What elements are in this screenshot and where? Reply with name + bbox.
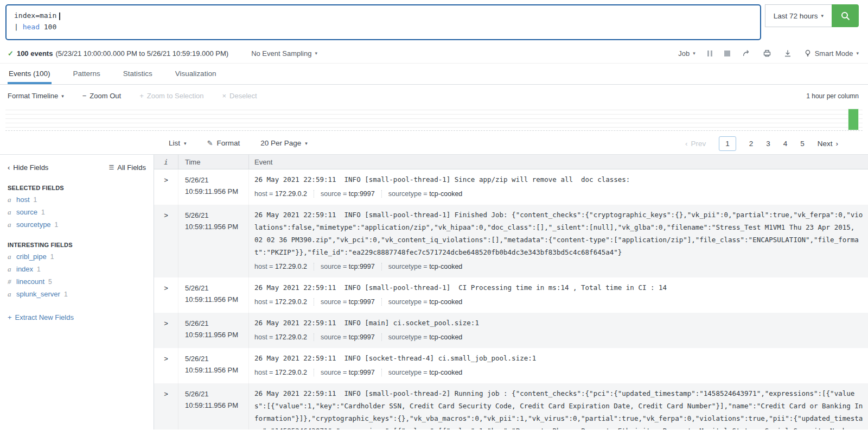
tab-patterns[interactable]: Patterns xyxy=(72,64,101,84)
job-menu[interactable]: Job▾ xyxy=(678,49,695,58)
event-timestamp: 10:59:11.956 PM xyxy=(185,400,248,411)
tab-visualization[interactable]: Visualization xyxy=(174,64,218,84)
expand-arrow-icon[interactable]: > xyxy=(164,284,168,292)
field-name-link[interactable]: sourcetype xyxy=(16,221,51,229)
field-name-link[interactable]: splunk_server xyxy=(16,291,60,298)
search-input[interactable]: index=main | head 100 xyxy=(5,4,761,40)
print-button[interactable] xyxy=(763,49,771,58)
field-row[interactable]: acribl_pipe1 xyxy=(8,253,146,261)
column-header-info: i xyxy=(154,155,178,169)
expand-arrow-icon[interactable]: > xyxy=(164,176,168,184)
field-selector-host[interactable]: host = 172.29.0.2 xyxy=(254,190,307,198)
event-timeline-chart[interactable] xyxy=(5,106,863,131)
format-timeline-dropdown[interactable]: Format Timeline▾ xyxy=(8,92,64,100)
field-row[interactable]: ahost1 xyxy=(8,196,146,204)
selected-fields-heading: SELECTED FIELDS xyxy=(8,185,146,191)
hide-fields-button[interactable]: ‹ Hide Fields xyxy=(8,163,48,172)
field-name-link[interactable]: index xyxy=(16,266,33,273)
event-raw-text: 26 May 2021 22:59:11 INFO [main] ci.sock… xyxy=(254,317,863,329)
zoom-out-button[interactable]: −Zoom Out xyxy=(82,92,121,100)
table-row: >5/26/2110:59:11.956 PM26 May 2021 22:59… xyxy=(154,169,868,205)
expand-arrow-icon[interactable]: > xyxy=(164,355,168,363)
search-button[interactable] xyxy=(832,4,859,27)
pagination-page[interactable]: 3 xyxy=(766,140,770,148)
event-date: 5/26/21 xyxy=(185,174,248,186)
share-button[interactable] xyxy=(742,49,751,58)
event-text-line: formation"}]},"cryptographic_keys":{},"v… xyxy=(254,412,863,425)
stop-button[interactable] xyxy=(724,50,730,56)
tab-events[interactable]: Events (100) xyxy=(8,64,52,84)
field-selector-host[interactable]: host = 172.29.0.2 xyxy=(254,263,307,270)
column-header-event: Event xyxy=(249,158,868,166)
field-selector-host[interactable]: host = 172.29.0.2 xyxy=(254,298,307,306)
pagination-page[interactable]: 1 xyxy=(719,136,736,151)
field-selector-host[interactable]: host = 172.29.0.2 xyxy=(254,369,307,376)
deselect-button[interactable]: ×Deselect xyxy=(222,92,257,100)
field-name-link[interactable]: cribl_pipe xyxy=(16,253,47,261)
field-selector-source[interactable]: source = tcp:9997 xyxy=(314,333,375,341)
field-type-prefix: a xyxy=(8,291,12,298)
field-name-link[interactable]: source xyxy=(16,209,37,216)
event-text-line: 26 May 2021 22:59:11 INFO [main] ci.sock… xyxy=(254,317,863,329)
expand-arrow-icon[interactable]: > xyxy=(164,211,168,219)
search-icon xyxy=(840,11,851,21)
event-cell: 26 May 2021 22:59:11 INFO [socket-thread… xyxy=(249,348,868,383)
event-raw-text: 26 May 2021 22:59:11 INFO [small-pool-th… xyxy=(254,209,863,258)
field-selector-sourcetype[interactable]: sourcetype = tcp-cooked xyxy=(381,298,463,306)
zoom-to-selection-button[interactable]: +Zoom to Selection xyxy=(139,92,203,100)
event-field-selectors: host = 172.29.0.2source = tcp:9997source… xyxy=(254,295,863,308)
pagination-pages: 12345 xyxy=(719,136,805,151)
field-row[interactable]: asource1 xyxy=(8,209,146,216)
text-cursor xyxy=(59,12,60,20)
field-row[interactable]: asourcetype1 xyxy=(8,221,146,229)
event-text-line: lations":false,"mimetype":"application/z… xyxy=(254,221,863,233)
time-range-picker[interactable]: Last 72 hours ▾ xyxy=(765,4,832,27)
field-row[interactable]: asplunk_server1 xyxy=(8,291,146,298)
table-row: >5/26/2110:59:11.956 PM26 May 2021 22:59… xyxy=(154,205,868,277)
field-selector-sourcetype[interactable]: sourcetype = tcp-cooked xyxy=(381,369,463,376)
pagination-next[interactable]: Next› xyxy=(818,140,838,148)
pagination-page[interactable]: 4 xyxy=(783,140,788,148)
success-check-icon: ✓ xyxy=(8,49,14,58)
list-view-dropdown[interactable]: List▾ xyxy=(169,139,187,147)
field-selector-sourcetype[interactable]: sourcetype = tcp-cooked xyxy=(381,333,463,341)
search-bar-section: index=main | head 100 Last 72 hours ▾ xyxy=(0,0,868,43)
field-selector-source[interactable]: source = tcp:9997 xyxy=(314,369,375,376)
expand-arrow-icon[interactable]: > xyxy=(164,390,168,398)
field-type-prefix: a xyxy=(8,266,12,273)
export-button[interactable] xyxy=(783,49,792,58)
field-selector-host[interactable]: host = 172.29.0.2 xyxy=(254,333,307,341)
field-row[interactable]: aindex1 xyxy=(8,266,146,273)
field-selector-sourcetype[interactable]: sourcetype = tcp-cooked xyxy=(381,190,463,198)
expand-arrow-icon[interactable]: > xyxy=(164,319,168,327)
field-selector-sourcetype[interactable]: sourcetype = tcp-cooked xyxy=(381,263,463,270)
search-mode-dropdown[interactable]: Smart Mode▾ xyxy=(804,49,859,58)
per-page-dropdown[interactable]: 20 Per Page▾ xyxy=(260,139,308,147)
field-type-prefix: a xyxy=(8,196,12,204)
pause-button[interactable] xyxy=(707,50,712,56)
tab-statistics[interactable]: Statistics xyxy=(122,64,154,84)
event-time-cell: 5/26/2110:59:11.956 PM xyxy=(178,313,249,348)
event-timestamp: 10:59:11.956 PM xyxy=(185,186,248,197)
pagination-page[interactable]: 2 xyxy=(749,140,754,148)
extract-new-fields-link[interactable]: + Extract New Fields xyxy=(8,313,146,321)
event-expand-cell: > xyxy=(154,348,178,383)
chevron-left-icon: ‹ xyxy=(685,140,688,148)
event-sampling-dropdown[interactable]: No Event Sampling▾ xyxy=(251,49,317,58)
field-selector-source[interactable]: source = tcp:9997 xyxy=(314,298,375,306)
pagination-page[interactable]: 5 xyxy=(800,140,805,148)
timeline-bar[interactable] xyxy=(848,109,859,130)
field-count: 1 xyxy=(34,196,37,204)
event-text-line: 26 May 2021 22:59:11 INFO [small-pool-th… xyxy=(254,209,863,221)
field-selector-source[interactable]: source = tcp:9997 xyxy=(314,190,375,198)
field-name-link[interactable]: linecount xyxy=(16,278,44,286)
event-raw-text: 26 May 2021 22:59:11 INFO [small-pool-th… xyxy=(254,173,863,186)
field-row[interactable]: #linecount5 xyxy=(8,278,146,286)
field-name-link[interactable]: host xyxy=(16,196,30,204)
field-selector-source[interactable]: source = tcp:9997 xyxy=(314,263,375,270)
pagination-prev[interactable]: ‹Prev xyxy=(685,140,706,148)
all-fields-button[interactable]: ☰ All Fields xyxy=(108,163,146,172)
event-text-line: s":[{"value":1,"key":"Cardholder SSN, Cr… xyxy=(254,400,863,412)
event-text-line: 26 May 2021 22:59:11 INFO [small-pool-th… xyxy=(254,281,863,294)
format-results-button[interactable]: ✎Format xyxy=(207,139,240,147)
